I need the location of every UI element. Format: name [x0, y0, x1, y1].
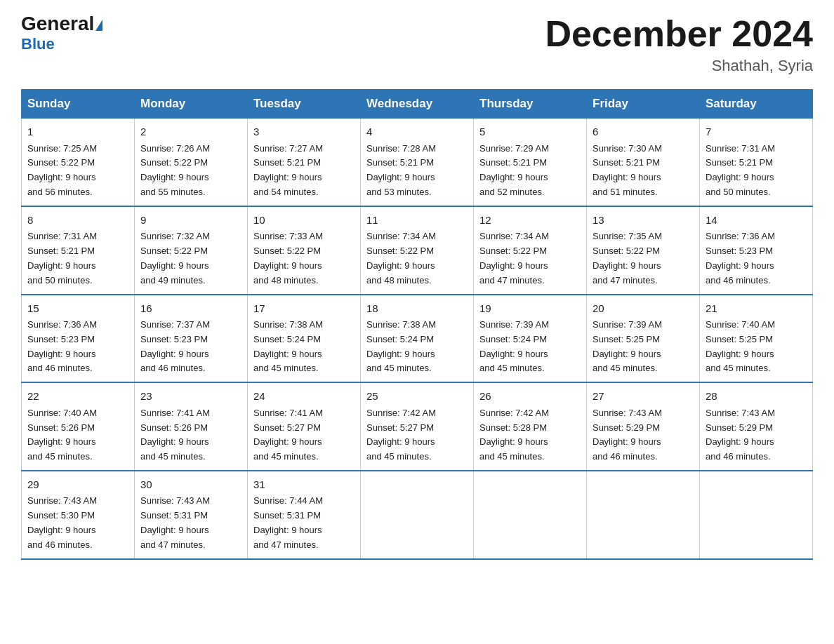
calendar-cell: 12 Sunrise: 7:34 AMSunset: 5:22 PMDaylig… — [474, 206, 587, 295]
day-number: 24 — [253, 389, 355, 405]
day-number: 7 — [706, 124, 807, 140]
day-number: 18 — [366, 301, 468, 317]
weekday-header-sunday: Sunday — [22, 90, 135, 119]
weekday-header-row: SundayMondayTuesdayWednesdayThursdayFrid… — [22, 90, 813, 119]
location-title: Shathah, Syria — [545, 57, 813, 75]
calendar-cell: 31 Sunrise: 7:44 AMSunset: 5:31 PMDaylig… — [248, 471, 361, 559]
calendar-cell: 27 Sunrise: 7:43 AMSunset: 5:29 PMDaylig… — [587, 382, 700, 471]
day-number: 9 — [140, 213, 241, 229]
calendar-cell: 7 Sunrise: 7:31 AMSunset: 5:21 PMDayligh… — [700, 119, 813, 206]
day-info: Sunrise: 7:34 AMSunset: 5:22 PMDaylight:… — [479, 229, 581, 288]
calendar-cell: 24 Sunrise: 7:41 AMSunset: 5:27 PMDaylig… — [248, 382, 361, 471]
calendar-cell: 1 Sunrise: 7:25 AMSunset: 5:22 PMDayligh… — [22, 119, 135, 206]
day-number: 31 — [253, 477, 355, 493]
weekday-header-thursday: Thursday — [474, 90, 587, 119]
calendar-cell: 30 Sunrise: 7:43 AMSunset: 5:31 PMDaylig… — [135, 471, 248, 559]
day-number: 28 — [706, 389, 807, 405]
page-header: General Blue December 2024 Shathah, Syri… — [21, 14, 813, 75]
day-info: Sunrise: 7:27 AMSunset: 5:21 PMDaylight:… — [253, 142, 355, 200]
day-info: Sunrise: 7:33 AMSunset: 5:22 PMDaylight:… — [253, 229, 355, 288]
calendar-week-row: 1 Sunrise: 7:25 AMSunset: 5:22 PMDayligh… — [22, 119, 813, 206]
day-number: 8 — [27, 213, 128, 229]
day-info: Sunrise: 7:30 AMSunset: 5:21 PMDaylight:… — [593, 142, 694, 200]
calendar-cell: 28 Sunrise: 7:43 AMSunset: 5:29 PMDaylig… — [700, 382, 813, 471]
calendar-cell: 6 Sunrise: 7:30 AMSunset: 5:21 PMDayligh… — [587, 119, 700, 206]
calendar-cell — [361, 471, 474, 559]
day-number: 17 — [253, 301, 355, 317]
day-info: Sunrise: 7:34 AMSunset: 5:22 PMDaylight:… — [366, 229, 468, 288]
calendar-cell: 9 Sunrise: 7:32 AMSunset: 5:22 PMDayligh… — [135, 206, 248, 295]
calendar-cell: 26 Sunrise: 7:42 AMSunset: 5:28 PMDaylig… — [474, 382, 587, 471]
day-number: 29 — [27, 477, 128, 493]
day-info: Sunrise: 7:42 AMSunset: 5:27 PMDaylight:… — [366, 406, 468, 464]
day-info: Sunrise: 7:39 AMSunset: 5:25 PMDaylight:… — [593, 318, 694, 376]
day-number: 26 — [479, 389, 581, 405]
day-info: Sunrise: 7:25 AMSunset: 5:22 PMDaylight:… — [27, 142, 128, 200]
calendar-cell: 20 Sunrise: 7:39 AMSunset: 5:25 PMDaylig… — [587, 295, 700, 383]
day-info: Sunrise: 7:31 AMSunset: 5:21 PMDaylight:… — [27, 229, 128, 288]
day-number: 1 — [27, 124, 128, 140]
calendar-table: SundayMondayTuesdayWednesdayThursdayFrid… — [21, 89, 813, 559]
day-number: 21 — [706, 301, 807, 317]
calendar-cell: 8 Sunrise: 7:31 AMSunset: 5:21 PMDayligh… — [22, 206, 135, 295]
day-info: Sunrise: 7:38 AMSunset: 5:24 PMDaylight:… — [253, 318, 355, 376]
day-info: Sunrise: 7:44 AMSunset: 5:31 PMDaylight:… — [253, 494, 355, 552]
day-info: Sunrise: 7:38 AMSunset: 5:24 PMDaylight:… — [366, 318, 468, 376]
day-number: 5 — [479, 124, 581, 140]
title-area: December 2024 Shathah, Syria — [545, 14, 813, 75]
day-info: Sunrise: 7:40 AMSunset: 5:25 PMDaylight:… — [706, 318, 807, 376]
calendar-cell — [587, 471, 700, 559]
calendar-cell: 16 Sunrise: 7:37 AMSunset: 5:23 PMDaylig… — [135, 295, 248, 383]
day-number: 19 — [479, 301, 581, 317]
day-info: Sunrise: 7:39 AMSunset: 5:24 PMDaylight:… — [479, 318, 581, 376]
calendar-cell: 21 Sunrise: 7:40 AMSunset: 5:25 PMDaylig… — [700, 295, 813, 383]
weekday-header-friday: Friday — [587, 90, 700, 119]
calendar-cell: 5 Sunrise: 7:29 AMSunset: 5:21 PMDayligh… — [474, 119, 587, 206]
weekday-header-saturday: Saturday — [700, 90, 813, 119]
calendar-cell: 29 Sunrise: 7:43 AMSunset: 5:30 PMDaylig… — [22, 471, 135, 559]
calendar-cell: 10 Sunrise: 7:33 AMSunset: 5:22 PMDaylig… — [248, 206, 361, 295]
calendar-cell: 25 Sunrise: 7:42 AMSunset: 5:27 PMDaylig… — [361, 382, 474, 471]
day-info: Sunrise: 7:31 AMSunset: 5:21 PMDaylight:… — [706, 142, 807, 200]
calendar-cell: 2 Sunrise: 7:26 AMSunset: 5:22 PMDayligh… — [135, 119, 248, 206]
calendar-cell — [700, 471, 813, 559]
day-info: Sunrise: 7:32 AMSunset: 5:22 PMDaylight:… — [140, 229, 241, 288]
day-info: Sunrise: 7:36 AMSunset: 5:23 PMDaylight:… — [706, 229, 807, 288]
day-info: Sunrise: 7:26 AMSunset: 5:22 PMDaylight:… — [140, 142, 241, 200]
day-info: Sunrise: 7:43 AMSunset: 5:31 PMDaylight:… — [140, 494, 241, 552]
day-info: Sunrise: 7:43 AMSunset: 5:29 PMDaylight:… — [593, 406, 694, 464]
day-number: 27 — [593, 389, 694, 405]
calendar-cell — [474, 471, 587, 559]
day-info: Sunrise: 7:36 AMSunset: 5:23 PMDaylight:… — [27, 318, 128, 376]
logo-triangle-icon — [95, 20, 102, 31]
calendar-week-row: 15 Sunrise: 7:36 AMSunset: 5:23 PMDaylig… — [22, 295, 813, 383]
logo: General Blue — [21, 14, 102, 53]
calendar-week-row: 22 Sunrise: 7:40 AMSunset: 5:26 PMDaylig… — [22, 382, 813, 471]
logo-general-text: General — [21, 13, 94, 34]
calendar-cell: 18 Sunrise: 7:38 AMSunset: 5:24 PMDaylig… — [361, 295, 474, 383]
calendar-cell: 15 Sunrise: 7:36 AMSunset: 5:23 PMDaylig… — [22, 295, 135, 383]
day-number: 13 — [593, 213, 694, 229]
day-info: Sunrise: 7:35 AMSunset: 5:22 PMDaylight:… — [593, 229, 694, 288]
calendar-cell: 19 Sunrise: 7:39 AMSunset: 5:24 PMDaylig… — [474, 295, 587, 383]
day-number: 3 — [253, 124, 355, 140]
day-info: Sunrise: 7:37 AMSunset: 5:23 PMDaylight:… — [140, 318, 241, 376]
logo-blue-text: Blue — [21, 35, 55, 53]
day-number: 6 — [593, 124, 694, 140]
day-number: 22 — [27, 389, 128, 405]
weekday-header-tuesday: Tuesday — [248, 90, 361, 119]
calendar-week-row: 29 Sunrise: 7:43 AMSunset: 5:30 PMDaylig… — [22, 471, 813, 559]
calendar-cell: 23 Sunrise: 7:41 AMSunset: 5:26 PMDaylig… — [135, 382, 248, 471]
day-info: Sunrise: 7:42 AMSunset: 5:28 PMDaylight:… — [479, 406, 581, 464]
day-number: 12 — [479, 213, 581, 229]
calendar-cell: 11 Sunrise: 7:34 AMSunset: 5:22 PMDaylig… — [361, 206, 474, 295]
calendar-cell: 4 Sunrise: 7:28 AMSunset: 5:21 PMDayligh… — [361, 119, 474, 206]
day-info: Sunrise: 7:29 AMSunset: 5:21 PMDaylight:… — [479, 142, 581, 200]
weekday-header-monday: Monday — [135, 90, 248, 119]
calendar-cell: 14 Sunrise: 7:36 AMSunset: 5:23 PMDaylig… — [700, 206, 813, 295]
day-number: 20 — [593, 301, 694, 317]
day-number: 30 — [140, 477, 241, 493]
day-number: 10 — [253, 213, 355, 229]
day-info: Sunrise: 7:41 AMSunset: 5:27 PMDaylight:… — [253, 406, 355, 464]
month-title: December 2024 — [545, 14, 813, 54]
